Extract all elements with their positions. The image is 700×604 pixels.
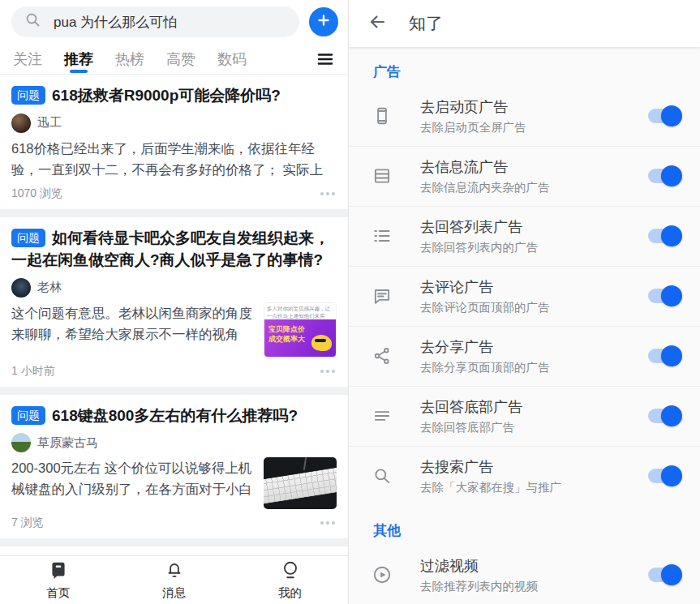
feed-icon [370,165,394,186]
feed-list: 问题618拯救者R9000p可能会降价吗? 迅工 618价格已经出来了，后面学生… [0,75,348,604]
setting-row-share-ads[interactable]: 去分享广告 去除分享页面顶部的广告 [349,326,700,386]
author-name: 老林 [37,280,62,295]
more-options-icon[interactable] [319,366,337,376]
setting-title: 去信息流广告 [420,157,648,177]
bottom-navigation: 首页 消息 我的 [0,555,348,604]
list-icon [370,225,394,246]
author-name: 迅工 [37,115,62,131]
toggle-share-ads[interactable] [648,349,679,363]
author-name: 草原蒙古马 [37,435,98,451]
card-title: 问题618拯救者R9000p可能会降价吗? [11,84,337,107]
back-button[interactable] [367,11,388,36]
promo-image: 宝贝降点价 成交概率大 [264,319,336,357]
page-title: 知了 [409,12,443,35]
thumbnail-caption: 多人对你的宝贝感兴趣，让一点价马上通知他们来买 [264,303,336,319]
settings-header: 知了 [349,0,700,47]
hamburger-icon[interactable] [316,44,335,74]
setting-title: 去回答列表广告 [420,217,648,237]
more-options-icon[interactable] [319,189,337,199]
setting-subtitle: 去除回答列表内的广告 [420,240,648,255]
card-excerpt: 200-300元左右 这个价位可以说够得上机械键盘的入门级别了，在各方面对于小白… [11,457,254,499]
home-icon [48,559,69,584]
card-title: 问题如何看待显卡吧众多吧友自发组织起来，一起在闲鱼做空商人?商人似乎是急了的事情… [11,227,337,272]
search-icon [24,11,42,32]
lines-icon [370,405,394,426]
search-input[interactable]: pua 为什么那么可怕 [11,6,299,37]
card-excerpt: 这个问题有意思。老林以闲鱼商家的角度来聊聊，希望给大家展示不一样的视角 1、自发… [11,302,254,345]
fish-graphic [311,335,332,351]
tab-recommend[interactable]: 推荐 [64,44,93,74]
keyboard-graphic [264,467,337,505]
author-row[interactable]: 迅工 [11,114,337,133]
nav-item-home[interactable]: 首页 [0,556,116,604]
section-label-other: 其他 [349,506,700,545]
nav-item-messages[interactable]: 消息 [116,556,232,604]
setting-title: 去分享广告 [420,337,648,357]
card-thumbnail: 多人对你的宝贝感兴趣，让一点价马上通知他们来买 宝贝降点价 成交概率大 [264,302,337,358]
author-row[interactable]: 老林 [11,278,337,298]
avatar [11,278,31,298]
setting-row-filter-video[interactable]: 过滤视频 去除推荐列表内的视频 [349,545,700,604]
feed-card[interactable]: 问题618键盘800多左右的有什么推荐吗? 草原蒙古马 200-300元左右 这… [0,395,348,539]
setting-title: 过滤视频 [420,556,648,576]
toggle-answer-bottom-ads[interactable] [648,409,679,423]
toggle-feed-ads[interactable] [648,169,679,183]
author-row[interactable]: 草原蒙古马 [11,433,337,452]
feed-card[interactable]: 问题如何看待显卡吧众多吧友自发组织起来，一起在闲鱼做空商人?商人似乎是急了的事情… [0,217,348,387]
toggle-answer-list-ads[interactable] [648,229,679,243]
nav-item-profile[interactable]: 我的 [232,556,348,604]
section-label-ads: 广告 [349,47,700,86]
search-icon [370,465,394,486]
tab-hot[interactable]: 热榜 [115,44,144,74]
nav-label: 首页 [46,585,70,601]
tab-follow[interactable]: 关注 [13,44,42,74]
question-badge: 问题 [11,229,45,247]
toggle-filter-video[interactable] [648,568,679,582]
card-meta: 1 小时前 [11,364,55,379]
setting-title: 去搜索广告 [420,457,648,477]
share-icon [370,345,394,366]
search-bar-row: pua 为什么那么可怕 [0,0,348,44]
setting-row-search-ads[interactable]: 去搜索广告 去除「大家都在搜」与推广 [349,446,700,506]
card-meta: 1070 浏览 [11,186,62,201]
setting-title: 去回答底部广告 [420,397,648,417]
setting-subtitle: 去除评论页面顶部的广告 [420,300,648,315]
play-circle-icon [370,564,394,585]
setting-subtitle: 去除回答底部广告 [420,420,648,435]
avatar [11,114,31,133]
toggle-comment-ads[interactable] [648,289,679,303]
nav-label: 我的 [278,585,302,601]
back-arrow-icon [367,11,388,36]
setting-subtitle: 去除推荐列表内的视频 [420,579,648,594]
setting-subtitle: 去除启动页全屏广告 [420,120,648,135]
setting-row-answer-list-ads[interactable]: 去回答列表广告 去除回答列表内的广告 [349,206,700,266]
setting-row-splash-ads[interactable]: 去启动页广告 去除启动页全屏广告 [349,86,700,146]
card-excerpt: 618价格已经出来了，后面学生潮来临，依据往年经验，一直到双十二，不再会有多好的… [11,138,337,180]
app-window: pua 为什么那么可怕 关注 推荐 热榜 高赞 数码 [0,0,700,604]
card-meta: 7 浏览 [11,516,44,530]
settings-panel: 知了 广告 去启动页广告 去除启动页全屏广告 [349,0,700,604]
toggle-search-ads[interactable] [648,469,679,483]
nav-label: 消息 [162,585,186,601]
add-button[interactable] [309,7,338,36]
setting-row-feed-ads[interactable]: 去信息流广告 去除信息流内夹杂的广告 [349,146,700,206]
toggle-splash-ads[interactable] [648,109,679,123]
setting-row-answer-bottom-ads[interactable]: 去回答底部广告 去除回答底部广告 [349,386,700,446]
feed-tabs: 关注 推荐 热榜 高赞 数码 [0,44,348,75]
question-badge: 问题 [11,406,45,425]
setting-subtitle: 去除分享页面顶部的广告 [420,360,648,375]
setting-title: 去评论广告 [420,277,648,297]
more-options-icon[interactable] [319,518,337,528]
setting-row-comment-ads[interactable]: 去评论广告 去除评论页面顶部的广告 [349,266,700,326]
question-badge: 问题 [11,86,45,105]
profile-icon [280,559,301,584]
card-thumbnail [264,457,337,509]
search-query-text: pua 为什么那么可怕 [54,13,177,32]
tab-digital[interactable]: 数码 [217,44,247,74]
phone-icon [370,105,394,126]
tab-upvoted[interactable]: 高赞 [166,44,195,74]
settings-list: 广告 去启动页广告 去除启动页全屏广告 [349,47,700,604]
feed-card[interactable]: 问题618拯救者R9000p可能会降价吗? 迅工 618价格已经出来了，后面学生… [0,75,348,209]
setting-subtitle: 去除「大家都在搜」与推广 [420,480,648,495]
setting-title: 去启动页广告 [420,97,648,117]
